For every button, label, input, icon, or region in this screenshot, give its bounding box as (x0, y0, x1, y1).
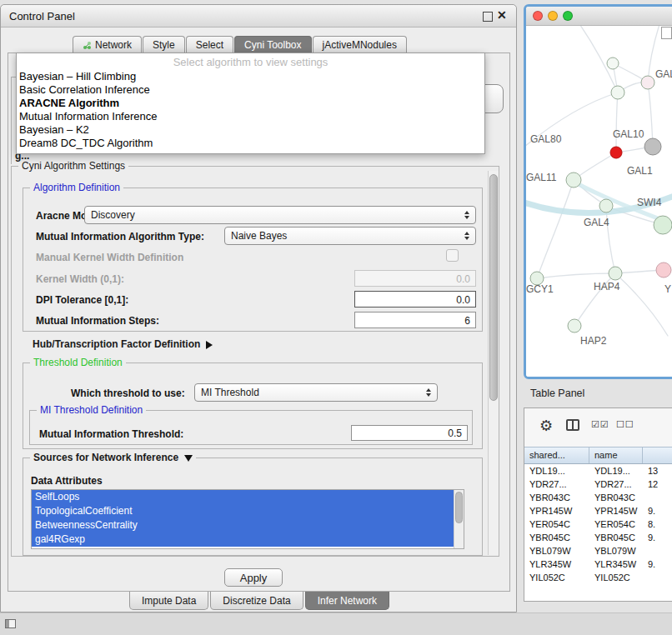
column-header-name[interactable]: name (589, 448, 643, 463)
mi-threshold-field[interactable]: 0.5 (351, 425, 468, 441)
tab-label: Network (95, 39, 132, 51)
network-node-label: GAL4 (584, 217, 609, 228)
network-node[interactable] (607, 58, 619, 69)
data-attributes-list[interactable]: SelfLoopsTopologicalCoefficientBetweenne… (31, 489, 464, 549)
network-node[interactable] (599, 199, 613, 212)
close-icon[interactable]: ✕ (497, 8, 507, 22)
minimize-icon[interactable] (483, 12, 493, 22)
which-threshold-select[interactable]: MI Threshold (194, 383, 438, 402)
table-row[interactable]: YLR345WYLR345W9. (524, 558, 672, 571)
table-row[interactable]: YER054CYER054C8. (524, 518, 672, 531)
mi-type-select[interactable]: Naive Bayes (224, 227, 476, 245)
menu-option-bayesian-k2[interactable]: Bayesian – K2 (17, 123, 484, 137)
sources-title-row[interactable]: Sources for Network Inference (30, 452, 196, 463)
network-node[interactable] (610, 147, 622, 158)
table-cell: YDR27... (589, 478, 643, 491)
which-threshold-label: Which threshold to use: (71, 388, 185, 399)
table-row[interactable]: YIL052CYIL052C (524, 571, 672, 584)
manual-kernel-label: Manual Kernel Width Definition (36, 252, 183, 263)
menu-option-dream8-dc-tdc-algorithm[interactable]: Dream8 DC_TDC Algorithm (17, 137, 484, 150)
attribute-item-selfloops[interactable]: SelfLoops (32, 490, 454, 504)
dpi-tolerance-label: DPI Tolerance [0,1]: (36, 294, 128, 306)
network-tab-icon (83, 41, 92, 50)
table-row[interactable]: YBR045CYBR045C9. (524, 531, 672, 544)
table-cell (643, 544, 672, 558)
settings-scrollbar[interactable] (488, 171, 499, 555)
bottom-tab-infer-network[interactable]: Infer Network (305, 592, 389, 610)
tab-select[interactable]: Select (186, 36, 233, 53)
bottom-tab-impute-data[interactable]: Impute Data (129, 592, 208, 610)
network-node-label: GAL80 (530, 133, 562, 145)
network-graph: GALGAL80GAL10GAL11GAL1SWI4GAL4GCY1HAP4YH… (526, 26, 672, 378)
table-cell: YIL052C (524, 571, 589, 584)
bottom-tab-bar: Impute DataDiscretize DataInfer Network (1, 592, 518, 610)
table-row[interactable]: YBL079WYBL079W (524, 544, 672, 558)
table-cell: 9. (643, 558, 672, 571)
kernel-width-field[interactable]: 0.0 (354, 270, 476, 287)
network-node[interactable] (609, 267, 622, 280)
sources-title: Sources for Network Inference (33, 452, 178, 463)
menu-option-aracne-algorithm[interactable]: ARACNE Algorithm (17, 97, 484, 110)
table-row[interactable]: YDR27...YDR27...12 (524, 478, 672, 491)
threshold-definition-title: Threshold Definition (30, 357, 126, 368)
columns-icon[interactable] (566, 419, 579, 431)
table-cell: YBR045C (589, 531, 643, 544)
collapse-down-icon (184, 455, 193, 462)
menu-option-basic-correlation-inference[interactable]: Basic Correlation Inference (17, 83, 484, 97)
table-row[interactable]: YDL19...YDL19...13 (524, 464, 672, 478)
panel-toggle-icon[interactable] (5, 619, 16, 628)
attribute-item-gal4rgexp[interactable]: gal4RGexp (32, 532, 454, 547)
table-cell: YBR043C (524, 491, 589, 504)
column-header-2[interactable] (643, 448, 672, 463)
table-row[interactable]: YBR043CYBR043C (524, 491, 672, 504)
table-cell: YBR043C (589, 491, 643, 504)
algorithm-definition-title: Algorithm Definition (30, 182, 123, 193)
attr-list-scrollbar[interactable] (454, 490, 464, 548)
network-node[interactable] (656, 262, 671, 278)
menu-option-mutual-information-inference[interactable]: Mutual Information Inference (17, 110, 484, 123)
network-node-label: GAL1 (627, 165, 653, 177)
column-header-shared-[interactable]: shared... (524, 448, 589, 463)
apply-button[interactable]: Apply (224, 568, 283, 587)
network-node[interactable] (641, 76, 654, 89)
chevron-updown-icon (426, 388, 431, 397)
mi-steps-field[interactable]: 6 (354, 312, 476, 328)
table-panel-title: Table Panel (530, 388, 584, 399)
network-node-label: GAL10 (613, 128, 644, 140)
table-cell: YDL19... (524, 464, 589, 478)
algorithm-dropdown-menu: Select algorithm to view settings Bayesi… (16, 52, 485, 154)
bottom-tab-discretize-data[interactable]: Discretize Data (210, 592, 303, 610)
hub-section-toggle[interactable]: Hub/Transcription Factor Definition (33, 338, 213, 350)
close-window-icon[interactable] (533, 11, 543, 21)
network-canvas[interactable]: GALGAL80GAL10GAL11GAL1SWI4GAL4GCY1HAP4YH… (526, 26, 672, 378)
network-window-titlebar[interactable] (526, 7, 672, 26)
gear-icon[interactable]: ⚙ (539, 417, 553, 435)
menu-option-bayesian-hill-climbing[interactable]: Bayesian – Hill Climbing (17, 70, 484, 83)
table-row[interactable]: YPR145WYPR145W9. (524, 504, 672, 518)
network-node[interactable] (568, 319, 581, 332)
dpi-tolerance-field[interactable]: 0.0 (354, 291, 476, 308)
attribute-item-topologicalcoefficient[interactable]: TopologicalCoefficient (32, 504, 454, 518)
checkbox-unchecked-pair-icon[interactable]: ☐☐ (616, 419, 634, 430)
manual-kernel-checkbox[interactable] (446, 249, 459, 262)
tab-jactivemnodules[interactable]: jActiveMNodules (313, 36, 407, 53)
network-node[interactable] (611, 86, 624, 99)
aracne-mode-select[interactable]: Discovery (84, 206, 476, 224)
mi-threshold-label: Mutual Information Threshold: (39, 428, 183, 440)
table-cell: YBL079W (524, 544, 589, 558)
settings-scrollbar-thumb[interactable] (489, 174, 498, 401)
canvas-corner-widget[interactable] (661, 27, 672, 39)
tab-cyni-toolbox[interactable]: Cyni Toolbox (234, 36, 311, 53)
tab-style[interactable]: Style (143, 36, 185, 53)
attribute-item-betweennesscentrality[interactable]: BetweennessCentrality (32, 518, 454, 532)
tab-network[interactable]: Network (73, 36, 142, 53)
hub-section-label: Hub/Transcription Factor Definition (33, 338, 200, 350)
network-node[interactable] (644, 138, 661, 155)
minimize-window-icon[interactable] (548, 11, 558, 21)
network-node[interactable] (566, 172, 581, 188)
table-cell: YBR045C (524, 531, 589, 544)
checkbox-checked-pair-icon[interactable]: ☑☑ (591, 419, 609, 430)
zoom-window-icon[interactable] (563, 11, 573, 21)
network-node[interactable] (654, 216, 672, 234)
attr-list-scrollbar-thumb[interactable] (455, 492, 463, 523)
